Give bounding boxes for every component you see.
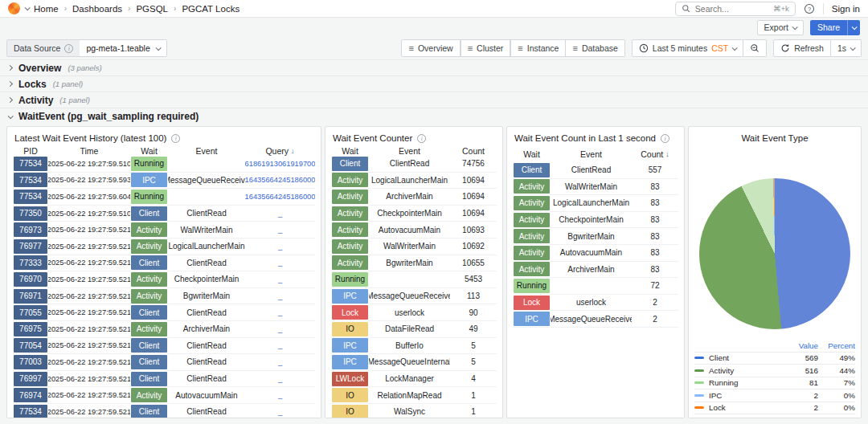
legend-series-activity[interactable]: Activity (694, 366, 784, 375)
wait-badge: Activity (332, 222, 368, 237)
column-header-count[interactable]: Count (450, 146, 497, 156)
legend-row: Lock20% (694, 402, 855, 415)
legend-series-client[interactable]: Client (694, 353, 784, 362)
refresh-interval-dropdown[interactable]: 1s (831, 39, 862, 57)
panel-title[interactable]: Wait Event Count in Last 1 second (514, 133, 656, 143)
time-cell: 2025-06-22 19:27:59.521 (48, 271, 130, 287)
share-label: Share (810, 20, 847, 35)
panel-title[interactable]: Wait Event Counter (333, 133, 412, 143)
panel-title[interactable]: Latest Wait Event History (latest 100) (14, 133, 166, 143)
query-link[interactable]: _ (245, 387, 315, 403)
legend-series-ipc[interactable]: IPC (694, 391, 784, 400)
column-header-wait[interactable]: Wait (331, 146, 369, 156)
panel-info-icon[interactable]: i (417, 134, 426, 143)
export-button[interactable]: Export (757, 20, 804, 35)
pid-cell: 76974 (14, 388, 47, 402)
view-button-database[interactable]: ≡Database (566, 39, 624, 57)
count-cell: 74756 (450, 156, 497, 172)
data-source-dropdown[interactable]: pg-meta-1.teable (80, 40, 166, 56)
share-chevron-icon[interactable] (847, 20, 860, 35)
query-link[interactable]: _ (245, 238, 315, 255)
dashboard-row-overview[interactable]: Overview(3 panels) (0, 60, 868, 76)
clock-icon (639, 43, 649, 53)
column-header-count[interactable]: Count↓ (632, 146, 678, 162)
breadcrumb-item-pgsql[interactable]: PGSQL (136, 4, 168, 14)
query-link[interactable]: _ (245, 321, 315, 337)
breadcrumb-item-pgcat-locks[interactable]: PGCAT Locks (182, 4, 240, 14)
column-header-wait[interactable]: Wait (130, 146, 168, 156)
event-cell: BgwriterMain (369, 255, 450, 271)
query-link[interactable]: _ (245, 371, 315, 387)
column-header-pid[interactable]: PID (13, 146, 48, 156)
column-header-event[interactable]: Event (369, 146, 450, 156)
query-link[interactable]: _ (245, 404, 315, 418)
pid-cell: 76977 (14, 239, 47, 254)
search-input[interactable]: ⌘+k (675, 2, 796, 16)
event-cell (168, 189, 245, 205)
dashboard-row-activity[interactable]: Activity(1 panel) (0, 92, 868, 108)
query-link[interactable]: _ (245, 271, 315, 287)
hamburger-icon: ≡ (518, 44, 522, 53)
hamburger-icon: ≡ (468, 44, 473, 53)
help-icon[interactable]: ? (804, 3, 815, 14)
query-link[interactable]: _ (245, 255, 315, 271)
column-header-query[interactable]: Query↓ (245, 146, 315, 156)
query-link[interactable]: _ (245, 304, 315, 320)
time-range-picker[interactable]: Last 5 minutes CST (632, 39, 743, 57)
event-cell: ArchiverMain (551, 262, 632, 278)
count-cell: 83 (632, 179, 678, 195)
breadcrumb-item-home[interactable]: Home (34, 4, 59, 14)
grafana-logo[interactable] (8, 2, 20, 14)
view-button-cluster[interactable]: ≡Cluster (461, 39, 511, 57)
share-button[interactable]: Share (810, 20, 860, 35)
dashboard-row-waitevent[interactable]: WaitEvent (pg_wait_sampling required) (0, 108, 868, 124)
legend-series-running[interactable]: Running (694, 378, 784, 387)
panel-title[interactable]: Wait Event Type (741, 133, 808, 143)
time-zoom-out-button[interactable] (743, 39, 767, 57)
query-link[interactable]: 8164356642451860000 (245, 173, 315, 189)
query-link[interactable]: _ (245, 288, 315, 304)
legend-column-percent[interactable]: Percent (818, 341, 855, 350)
count-cell: 83 (632, 228, 678, 244)
counter-table-body: ClientClientRead74756ActivityLogicalLaun… (331, 156, 497, 418)
count-cell: 113 (450, 288, 497, 304)
query-link[interactable]: _ (245, 222, 315, 238)
wait-badge: Activity (332, 255, 368, 270)
dashboard-row-locks[interactable]: Locks(1 panel) (0, 76, 868, 92)
event-cell: ClientRead (168, 338, 245, 354)
legend-column-value[interactable]: Value (784, 341, 818, 350)
sort-desc-icon: ↓ (665, 150, 669, 158)
panel-info-icon[interactable]: i (171, 134, 180, 143)
query-link[interactable]: _ (245, 354, 315, 370)
hamburger-icon: ≡ (572, 44, 577, 53)
column-header-event[interactable]: Event (551, 146, 632, 162)
wait-badge: IPC (514, 312, 550, 326)
time-cell: 2025-06-22 19:27:59.521 (48, 288, 130, 304)
event-cell: ArchiverMain (168, 321, 245, 337)
view-button-instance[interactable]: ≡Instance (510, 39, 566, 57)
legend-series-lock[interactable]: Lock (694, 403, 784, 412)
view-button-overview[interactable]: ≡Overview (401, 39, 460, 57)
panel-info-icon[interactable]: i (661, 134, 669, 143)
search-field[interactable] (695, 4, 768, 14)
wait-badge: Activity (131, 239, 167, 254)
legend-series-label: Activity (709, 366, 734, 375)
column-header-wait[interactable]: Wait (513, 146, 551, 162)
table-row: 769742025-06-22 19:27:59.521ActivityAuto… (13, 387, 315, 404)
column-header-event[interactable]: Event (168, 146, 245, 156)
data-source-info-icon[interactable]: i (64, 44, 73, 53)
refresh-button[interactable]: Refresh (773, 39, 831, 57)
count-cell: 10694 (450, 189, 497, 205)
history-table-header: PIDTimeWaitEventQuery↓ (13, 146, 315, 156)
query-link[interactable]: _ (245, 206, 315, 222)
sign-in-button[interactable]: Sign in (832, 4, 860, 14)
query-link[interactable]: _ (245, 338, 315, 354)
pid-cell: 77534 (14, 405, 47, 418)
event-cell: LogicalLauncherMain (369, 173, 450, 189)
column-header-time[interactable]: Time (48, 146, 130, 156)
breadcrumb-item-dashboards[interactable]: Dashboards (72, 4, 122, 14)
org-switcher-chevron-icon[interactable] (25, 5, 31, 10)
event-cell: userlock (551, 295, 632, 311)
query-link[interactable]: 8164356642451860000 (245, 189, 315, 205)
query-link[interactable]: 8618619130619197000 (245, 156, 315, 172)
